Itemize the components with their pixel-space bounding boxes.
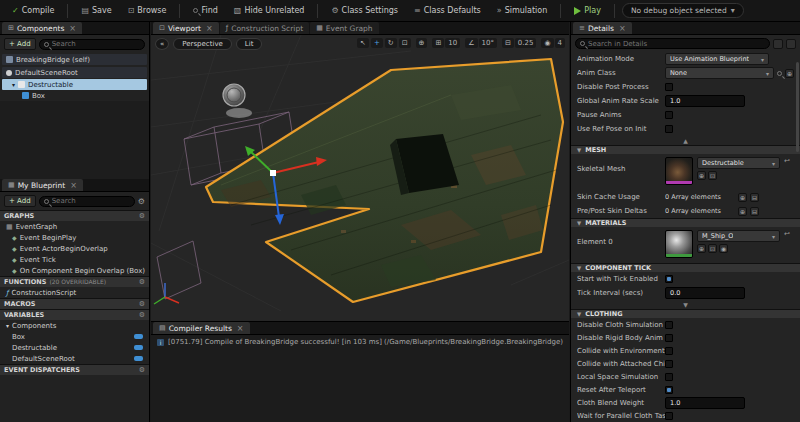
anim-class-dropdown[interactable]: None▾ bbox=[665, 67, 774, 79]
close-icon[interactable]: × bbox=[619, 24, 626, 33]
details-scrollbar[interactable] bbox=[796, 62, 799, 152]
tab-details[interactable]: ≡Details× bbox=[573, 22, 632, 34]
display-filter-button[interactable] bbox=[773, 39, 783, 49]
clothing-checkbox[interactable] bbox=[665, 386, 673, 394]
material-thumbnail[interactable] bbox=[665, 230, 693, 258]
class-settings-button[interactable]: ⚙Class Settings bbox=[325, 4, 404, 17]
component-row-self[interactable]: BreakingBridge (self) bbox=[2, 54, 147, 65]
gear-icon[interactable]: ⚙ bbox=[139, 366, 145, 374]
close-icon[interactable]: × bbox=[206, 24, 213, 33]
components-search[interactable] bbox=[39, 39, 145, 50]
use-selected-icon[interactable]: ⊕ bbox=[697, 244, 706, 253]
scale-snap-icon[interactable]: ⊟ bbox=[502, 38, 514, 48]
component-row-scene-root[interactable]: DefaultSceneRoot bbox=[2, 67, 147, 78]
close-icon[interactable]: × bbox=[69, 24, 76, 33]
disable-post-process-checkbox[interactable] bbox=[665, 83, 673, 91]
perspective-selector[interactable]: Perspective bbox=[173, 38, 232, 50]
clothing-checkbox[interactable] bbox=[665, 360, 673, 368]
gear-icon[interactable]: ⚙ bbox=[139, 212, 145, 220]
camera-speed-value[interactable]: 4 bbox=[555, 38, 565, 48]
class-defaults-button[interactable]: ≡Class Defaults bbox=[408, 4, 487, 17]
browse-asset-icon[interactable]: ⊡ bbox=[708, 171, 717, 180]
event-row[interactable]: ◆Event Tick bbox=[0, 254, 149, 265]
tab-compiler-results[interactable]: ▤Compiler Results× bbox=[153, 322, 250, 334]
clothing-checkbox[interactable] bbox=[665, 373, 673, 381]
scale-tool-button[interactable]: ⊡ bbox=[399, 38, 411, 48]
scale-snap-value[interactable]: 0.25 bbox=[515, 38, 537, 48]
gear-icon[interactable]: ⚙ bbox=[138, 197, 145, 206]
debug-object-selector[interactable]: No debug object selected▾ bbox=[622, 3, 744, 18]
gear-icon[interactable]: ⚙ bbox=[139, 311, 145, 319]
gear-icon[interactable]: ⚙ bbox=[139, 278, 145, 286]
browse-asset-icon[interactable] bbox=[777, 71, 782, 76]
rotate-tool-button[interactable]: ↻ bbox=[385, 38, 397, 48]
tab-construction-script[interactable]: ƒConstruction Script bbox=[220, 22, 309, 34]
close-icon[interactable]: × bbox=[70, 181, 77, 190]
tick-interval-field[interactable]: 0.0 bbox=[665, 287, 745, 299]
play-button[interactable]: Play bbox=[568, 4, 607, 17]
clothing-checkbox[interactable] bbox=[665, 412, 673, 420]
viewport-options-button[interactable]: « bbox=[155, 38, 169, 50]
event-row[interactable]: ◆On Component Begin Overlap (Box) bbox=[0, 265, 149, 276]
compile-button[interactable]: ✓Compile bbox=[6, 4, 60, 17]
find-button[interactable]: Find bbox=[187, 4, 223, 17]
angle-snap-value[interactable]: 10° bbox=[479, 38, 497, 48]
world-coordinate-button[interactable]: ⊕ bbox=[416, 38, 428, 48]
advanced-expander[interactable]: ▼ bbox=[571, 300, 800, 309]
variables-section-header[interactable]: VARIABLES⚙ bbox=[0, 309, 149, 320]
variable-row[interactable]: Box bbox=[0, 331, 149, 342]
macros-section-header[interactable]: MACROS⚙ bbox=[0, 298, 149, 309]
close-icon[interactable]: × bbox=[237, 324, 244, 333]
construction-script-row[interactable]: ƒConstructionScript bbox=[0, 287, 149, 298]
expander-icon[interactable]: ▾ bbox=[6, 322, 9, 329]
clothing-section-header[interactable]: ▼CLOTHING bbox=[571, 309, 800, 318]
clothing-checkbox[interactable] bbox=[665, 321, 673, 329]
component-row-destructable[interactable]: ▾Destructable bbox=[2, 79, 147, 90]
hide-unrelated-button[interactable]: ▧Hide Unrelated bbox=[228, 4, 311, 17]
delete-elements-button[interactable]: ⊟ bbox=[750, 207, 759, 216]
use-ref-pose-checkbox[interactable] bbox=[665, 125, 673, 133]
expander-icon[interactable]: ▾ bbox=[12, 81, 15, 88]
details-search-input[interactable] bbox=[588, 40, 765, 48]
variable-category-row[interactable]: ▾Components bbox=[0, 320, 149, 331]
select-tool-button[interactable]: ↖ bbox=[357, 38, 369, 48]
cloth-blend-weight-field[interactable]: 1.0 bbox=[665, 397, 745, 409]
viewport-3d-scene[interactable] bbox=[151, 35, 569, 311]
use-selected-icon[interactable]: ⊕ bbox=[785, 69, 794, 78]
gear-icon[interactable]: ⚙ bbox=[139, 300, 145, 308]
details-search[interactable] bbox=[575, 38, 770, 49]
clothing-checkbox[interactable] bbox=[665, 334, 673, 342]
pick-asset-icon[interactable]: ◉ bbox=[719, 244, 728, 253]
lit-mode-selector[interactable]: Lit bbox=[236, 38, 263, 50]
functions-section-header[interactable]: FUNCTIONS(20 OVERRIDABLE)⚙ bbox=[0, 276, 149, 287]
global-anim-rate-field[interactable]: 1.0 bbox=[665, 95, 745, 107]
browse-asset-icon[interactable]: ⊡ bbox=[708, 244, 717, 253]
add-component-button[interactable]: + Add bbox=[4, 38, 36, 50]
grid-snap-value[interactable]: 10 bbox=[445, 38, 460, 48]
graphs-section-header[interactable]: GRAPHS⚙ bbox=[0, 210, 149, 221]
skeletal-mesh-thumbnail[interactable] bbox=[665, 157, 693, 185]
reset-to-default-button[interactable]: ↩ bbox=[780, 157, 794, 165]
event-dispatchers-section-header[interactable]: EVENT DISPATCHERS⚙ bbox=[0, 364, 149, 375]
reset-to-default-button[interactable]: ↩ bbox=[780, 230, 794, 238]
tab-my-blueprint[interactable]: ▦My Blueprint× bbox=[2, 179, 83, 191]
advanced-expander[interactable]: ▲ bbox=[571, 136, 800, 145]
variable-row[interactable]: DefaultSceneRoot bbox=[0, 353, 149, 364]
skeletal-mesh-dropdown[interactable]: Destructable▾ bbox=[697, 157, 780, 169]
add-blueprint-item-button[interactable]: + Add bbox=[4, 195, 36, 207]
material-dropdown[interactable]: M_Ship_O▾ bbox=[697, 230, 780, 242]
camera-speed-icon[interactable]: ◉ bbox=[541, 38, 553, 48]
event-graph-row[interactable]: ▦EventGraph bbox=[0, 221, 149, 232]
start-tick-checkbox[interactable] bbox=[665, 275, 673, 283]
pause-anims-checkbox[interactable] bbox=[665, 111, 673, 119]
move-tool-button[interactable]: + bbox=[371, 38, 383, 48]
materials-section-header[interactable]: ▼MATERIALS bbox=[571, 218, 800, 227]
viewport-3d-area[interactable]: « Perspective Lit ↖ + ↻ ⊡ ⊕ ⊞ 10 ∠ 10° bbox=[151, 35, 569, 322]
component-row-box[interactable]: Box bbox=[0, 90, 149, 101]
event-row[interactable]: ◆Event BeginPlay bbox=[0, 232, 149, 243]
mesh-section-header[interactable]: ▼MESH bbox=[571, 145, 800, 154]
view-options-button[interactable] bbox=[786, 39, 796, 49]
variable-row[interactable]: Destructable bbox=[0, 342, 149, 353]
simulation-button[interactable]: »Simulation bbox=[491, 4, 554, 17]
my-blueprint-search-input[interactable] bbox=[52, 197, 130, 205]
